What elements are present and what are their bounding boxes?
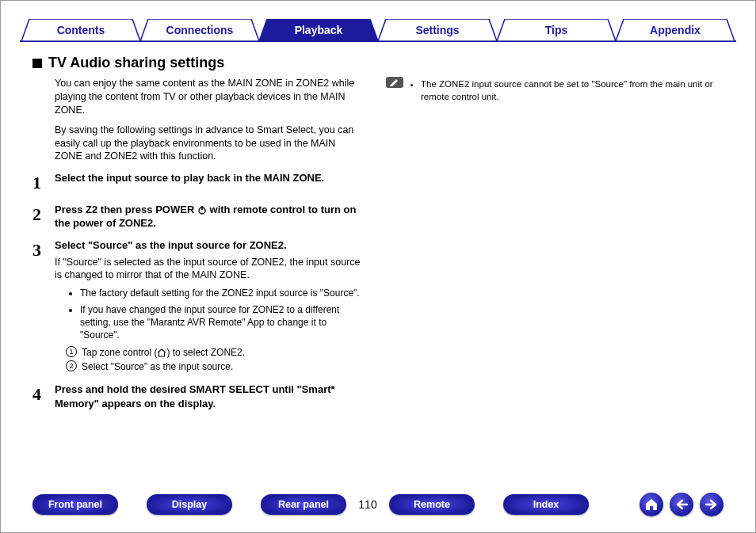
section-title: TV Audio sharing settings [48, 55, 224, 71]
note-text: The ZONE2 input source cannot be set to … [421, 78, 724, 103]
step-1-number: 1 [32, 171, 55, 195]
tab-settings[interactable]: Settings [378, 19, 497, 41]
step-3-bullet-1: The factory default setting for the ZONE… [80, 287, 361, 299]
tab-playback-label: Playback [295, 24, 343, 36]
step-1: 1 Select the input source to play back i… [32, 171, 361, 195]
next-page-button[interactable] [700, 493, 724, 516]
step-3-desc: If "Source" is selected as the input sou… [55, 256, 361, 283]
rear-panel-button[interactable]: Rear panel [261, 494, 346, 515]
intro-1: You can enjoy the same content as the MA… [55, 77, 361, 117]
step-2-number: 2 [32, 203, 55, 230]
bottom-bar: Front panel Display Rear panel 110 Remot… [32, 491, 724, 518]
step-4-title: Press and hold the desired SMART SELECT … [55, 383, 361, 410]
prev-page-button[interactable] [670, 493, 693, 516]
front-panel-button[interactable]: Front panel [32, 494, 118, 515]
step-2: 2 Press Z2 then press POWER with remote … [32, 203, 361, 230]
step-3: 3 Select "Source" as the input source fo… [32, 238, 361, 375]
step-3-bullet-2: If you have changed the input source for… [80, 303, 361, 342]
substep-1-number: 1 [66, 346, 77, 357]
tab-appendix[interactable]: Appendix [616, 19, 735, 41]
step-3-number: 3 [32, 238, 55, 375]
arrow-left-icon [674, 499, 689, 510]
tab-connections[interactable]: Connections [140, 19, 259, 41]
tab-connections-label: Connections [166, 24, 234, 36]
step-4: 4 Press and hold the desired SMART SELEC… [32, 383, 361, 410]
substep-2-text: Select "Source" as the input source. [82, 360, 233, 373]
step-2-title: Press Z2 then press POWER with remote co… [55, 203, 361, 230]
top-nav: Contents Connections Playback Settings T… [20, 18, 736, 42]
section-heading: TV Audio sharing settings [32, 55, 224, 71]
remote-button[interactable]: Remote [389, 494, 475, 515]
index-button[interactable]: Index [503, 494, 589, 515]
page-number: 110 [346, 498, 389, 511]
step-1-title: Select the input source to play back in … [55, 171, 361, 185]
tab-appendix-label: Appendix [650, 24, 701, 36]
note-block: The ZONE2 input source cannot be set to … [386, 77, 724, 103]
tab-playback[interactable]: Playback [259, 19, 378, 41]
step-3-title: Select "Source" as the input source for … [55, 238, 361, 253]
substep-2-number: 2 [66, 360, 77, 371]
right-column: The ZONE2 input source cannot be set to … [373, 77, 724, 461]
pencil-icon [386, 77, 403, 88]
tab-tips[interactable]: Tips [497, 19, 616, 41]
tab-contents-label: Contents [57, 24, 105, 36]
home-button[interactable] [640, 493, 663, 516]
step-2-title-pre: Press Z2 then press POWER [55, 204, 197, 215]
power-icon [197, 205, 207, 215]
substep-1-text: Tap zone control () to select ZONE2. [82, 346, 245, 359]
tab-contents[interactable]: Contents [21, 19, 140, 41]
bullet-square-icon [32, 59, 42, 68]
intro-2: By saving the following settings in adva… [55, 124, 361, 164]
home-nav-icon [644, 498, 659, 511]
step-4-number: 4 [32, 383, 55, 410]
tab-settings-label: Settings [415, 24, 459, 36]
display-button[interactable]: Display [147, 494, 232, 515]
left-column: You can enjoy the same content as the MA… [32, 77, 373, 461]
tab-tips-label: Tips [545, 24, 568, 36]
home-icon [157, 348, 166, 357]
arrow-right-icon [704, 499, 719, 510]
